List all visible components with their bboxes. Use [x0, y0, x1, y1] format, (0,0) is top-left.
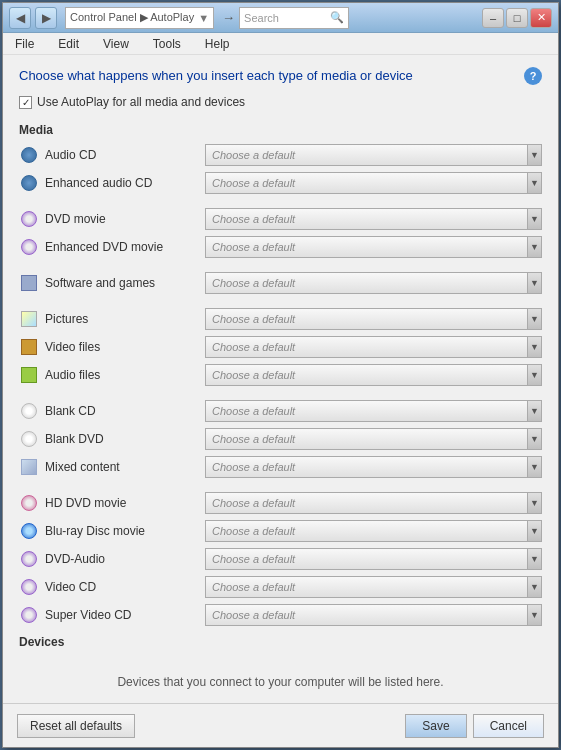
software-games-dropdown-arrow[interactable]: ▼	[527, 273, 541, 293]
list-item: Enhanced DVD movie Choose a default ▼	[19, 235, 542, 259]
search-placeholder: Search	[244, 12, 279, 24]
hd-dvd-movie-dropdown-value: Choose a default	[212, 497, 295, 509]
maximize-button[interactable]: □	[506, 8, 528, 28]
video-files-label: Video files	[45, 340, 205, 354]
audio-cd-label: Audio CD	[45, 148, 205, 162]
blank-cd-dropdown-arrow[interactable]: ▼	[527, 401, 541, 421]
enhanced-audio-cd-dropdown[interactable]: Choose a default ▼	[205, 172, 542, 194]
menubar: File Edit View Tools Help	[3, 33, 558, 55]
video-cd-dropdown[interactable]: Choose a default ▼	[205, 576, 542, 598]
list-item: Audio files Choose a default ▼	[19, 363, 542, 387]
menu-tools[interactable]: Tools	[149, 35, 185, 53]
list-item: Enhanced audio CD Choose a default ▼	[19, 171, 542, 195]
forward-button[interactable]: ▶	[35, 7, 57, 29]
search-icon: 🔍	[330, 11, 344, 24]
list-item: Video CD Choose a default ▼	[19, 575, 542, 599]
list-item: Audio CD Choose a default ▼	[19, 143, 542, 167]
list-item: Blank CD Choose a default ▼	[19, 399, 542, 423]
blank-cd-label: Blank CD	[45, 404, 205, 418]
search-box[interactable]: Search 🔍	[239, 7, 349, 29]
titlebar-left: ◀ ▶ Control Panel ▶ AutoPlay ▼ → Search …	[9, 7, 349, 29]
audio-cd-dropdown[interactable]: Choose a default ▼	[205, 144, 542, 166]
dvd-movie-dropdown-arrow[interactable]: ▼	[527, 209, 541, 229]
devices-info-text: Devices that you connect to your compute…	[19, 655, 542, 699]
mixed-content-dropdown[interactable]: Choose a default ▼	[205, 456, 542, 478]
list-item: Super Video CD Choose a default ▼	[19, 603, 542, 627]
back-button[interactable]: ◀	[9, 7, 31, 29]
help-icon[interactable]: ?	[524, 67, 542, 85]
main-window: ◀ ▶ Control Panel ▶ AutoPlay ▼ → Search …	[2, 2, 559, 748]
dvd-audio-dropdown[interactable]: Choose a default ▼	[205, 548, 542, 570]
list-item: HD DVD movie Choose a default ▼	[19, 491, 542, 515]
hd-dvd-movie-label: HD DVD movie	[45, 496, 205, 510]
pictures-dropdown[interactable]: Choose a default ▼	[205, 308, 542, 330]
enhanced-audio-cd-dropdown-value: Choose a default	[212, 177, 295, 189]
mixed-content-label: Mixed content	[45, 460, 205, 474]
dvd-movie-dropdown[interactable]: Choose a default ▼	[205, 208, 542, 230]
super-video-cd-dropdown[interactable]: Choose a default ▼	[205, 604, 542, 626]
go-button[interactable]: →	[222, 10, 235, 25]
pictures-icon	[19, 309, 39, 329]
audio-files-label: Audio files	[45, 368, 205, 382]
dvd-audio-icon	[19, 549, 39, 569]
dvd-audio-dropdown-arrow[interactable]: ▼	[527, 549, 541, 569]
blank-cd-dropdown[interactable]: Choose a default ▼	[205, 400, 542, 422]
audio-files-dropdown-arrow[interactable]: ▼	[527, 365, 541, 385]
save-button[interactable]: Save	[405, 714, 466, 738]
mixed-content-dropdown-arrow[interactable]: ▼	[527, 457, 541, 477]
pictures-dropdown-arrow[interactable]: ▼	[527, 309, 541, 329]
menu-help[interactable]: Help	[201, 35, 234, 53]
reset-all-defaults-button[interactable]: Reset all defaults	[17, 714, 135, 738]
super-video-cd-dropdown-arrow[interactable]: ▼	[527, 605, 541, 625]
list-item: Video files Choose a default ▼	[19, 335, 542, 359]
devices-section-label: Devices	[19, 635, 542, 649]
blank-dvd-dropdown[interactable]: Choose a default ▼	[205, 428, 542, 450]
list-item: Mixed content Choose a default ▼	[19, 455, 542, 479]
address-bar[interactable]: Control Panel ▶ AutoPlay ▼	[65, 7, 214, 29]
menu-view[interactable]: View	[99, 35, 133, 53]
audio-files-dropdown-value: Choose a default	[212, 369, 295, 381]
enhanced-audio-cd-dropdown-arrow[interactable]: ▼	[527, 173, 541, 193]
audio-files-icon	[19, 365, 39, 385]
video-cd-dropdown-arrow[interactable]: ▼	[527, 577, 541, 597]
audio-files-dropdown[interactable]: Choose a default ▼	[205, 364, 542, 386]
bluray-disc-movie-dropdown-arrow[interactable]: ▼	[527, 521, 541, 541]
menu-file[interactable]: File	[11, 35, 38, 53]
mixed-content-icon	[19, 457, 39, 477]
list-item: Blank DVD Choose a default ▼	[19, 427, 542, 451]
blank-dvd-label: Blank DVD	[45, 432, 205, 446]
titlebar: ◀ ▶ Control Panel ▶ AutoPlay ▼ → Search …	[3, 3, 558, 33]
blank-dvd-dropdown-arrow[interactable]: ▼	[527, 429, 541, 449]
dvd-audio-label: DVD-Audio	[45, 552, 205, 566]
software-games-dropdown[interactable]: Choose a default ▼	[205, 272, 542, 294]
software-games-icon	[19, 273, 39, 293]
video-files-icon	[19, 337, 39, 357]
software-games-label: Software and games	[45, 276, 205, 290]
menu-edit[interactable]: Edit	[54, 35, 83, 53]
window-controls: – □ ✕	[482, 8, 552, 28]
blank-dvd-icon	[19, 429, 39, 449]
enhanced-dvd-movie-dropdown-value: Choose a default	[212, 241, 295, 253]
audio-cd-icon	[19, 145, 39, 165]
action-buttons: Save Cancel	[405, 714, 544, 738]
list-item: DVD-Audio Choose a default ▼	[19, 547, 542, 571]
minimize-button[interactable]: –	[482, 8, 504, 28]
address-dropdown-arrow[interactable]: ▼	[198, 12, 209, 24]
hd-dvd-movie-dropdown-arrow[interactable]: ▼	[527, 493, 541, 513]
title-row: Choose what happens when you insert each…	[19, 67, 542, 95]
hd-dvd-movie-dropdown[interactable]: Choose a default ▼	[205, 492, 542, 514]
video-files-dropdown-arrow[interactable]: ▼	[527, 337, 541, 357]
enhanced-dvd-movie-dropdown[interactable]: Choose a default ▼	[205, 236, 542, 258]
cancel-button[interactable]: Cancel	[473, 714, 544, 738]
use-autoplay-checkbox[interactable]	[19, 96, 32, 109]
scroll-container[interactable]: Choose what happens when you insert each…	[3, 55, 558, 703]
bluray-disc-movie-dropdown[interactable]: Choose a default ▼	[205, 520, 542, 542]
use-autoplay-checkbox-wrapper[interactable]: Use AutoPlay for all media and devices	[19, 95, 245, 109]
audio-cd-dropdown-arrow[interactable]: ▼	[527, 145, 541, 165]
bluray-disc-movie-icon	[19, 521, 39, 541]
enhanced-dvd-movie-dropdown-arrow[interactable]: ▼	[527, 237, 541, 257]
video-files-dropdown[interactable]: Choose a default ▼	[205, 336, 542, 358]
address-text: Control Panel ▶ AutoPlay	[70, 11, 194, 24]
close-button[interactable]: ✕	[530, 8, 552, 28]
enhanced-dvd-movie-label: Enhanced DVD movie	[45, 240, 205, 254]
